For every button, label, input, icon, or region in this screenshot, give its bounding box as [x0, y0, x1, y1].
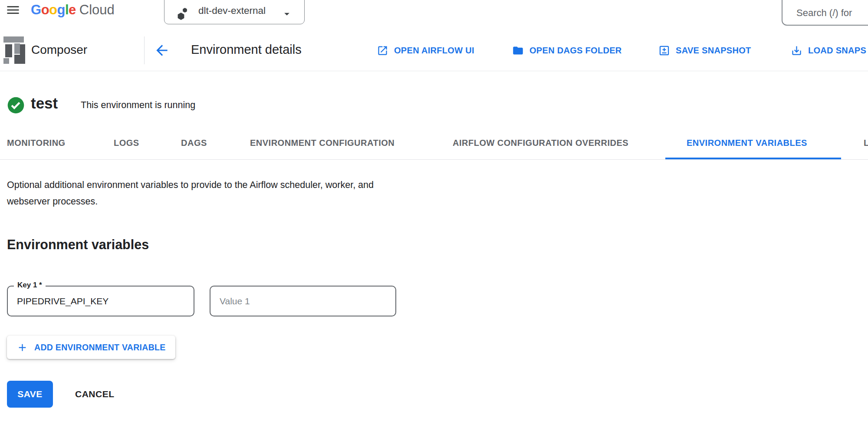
description-line: webserver processes.: [7, 193, 98, 210]
arrow-back-icon[interactable]: [154, 42, 170, 59]
search-input[interactable]: Search (/) for: [782, 0, 868, 26]
environment-name: test: [31, 95, 58, 112]
save-button[interactable]: SAVE: [7, 381, 53, 408]
tab-logs[interactable]: LOGS: [114, 138, 139, 148]
tab-bar: MONITORING LOGS DAGS ENVIRONMENT CONFIGU…: [0, 122, 868, 160]
logo-letter: G: [31, 2, 41, 17]
logo-letter: o: [49, 2, 57, 17]
project-name: dlt-dev-external: [198, 5, 266, 16]
save-snapshot-button[interactable]: SAVE SNAPSHOT: [658, 43, 751, 57]
hamburger-menu-icon[interactable]: [5, 2, 21, 18]
composer-logo-icon: [3, 36, 25, 66]
save-snapshot-icon: [658, 45, 670, 56]
add-environment-variable-button[interactable]: ADD ENVIRONMENT VARIABLE: [7, 336, 175, 359]
value-input[interactable]: [210, 287, 395, 316]
product-name: Composer: [31, 43, 87, 57]
tab-dags[interactable]: DAGS: [181, 138, 207, 148]
project-selector[interactable]: dlt-dev-external: [164, 0, 305, 24]
section-heading: Environment variables: [7, 237, 149, 252]
folder-icon: [512, 45, 524, 56]
selected-tab-indicator: [665, 158, 841, 159]
logo-letter: g: [57, 2, 65, 17]
status-message: This environment is running: [81, 100, 195, 111]
project-hexagons-icon: [176, 7, 190, 23]
logo-cloud-text: Cloud: [79, 2, 115, 17]
plus-icon: [16, 342, 28, 353]
google-cloud-logo: GoogleCloud: [31, 0, 115, 20]
product-bar: Composer Environment details OPEN AIRFLO…: [0, 30, 868, 71]
key-field-container: Key 1 *: [7, 286, 194, 316]
action-label: OPEN AIRFLOW UI: [394, 46, 474, 56]
action-label: LOAD SNAPS: [808, 46, 866, 56]
value-field-container: [210, 286, 396, 316]
app-bar: GoogleCloud dlt-dev-external Search (/) …: [0, 0, 868, 31]
description-line: Optional additional environment variable…: [7, 177, 374, 193]
add-button-label: ADD ENVIRONMENT VARIABLE: [34, 343, 166, 353]
tab-monitoring[interactable]: MONITORING: [7, 138, 66, 148]
tab-environment-variables[interactable]: ENVIRONMENT VARIABLES: [687, 138, 807, 148]
open-dags-folder-button[interactable]: OPEN DAGS FOLDER: [512, 43, 622, 57]
open-airflow-ui-button[interactable]: OPEN AIRFLOW UI: [377, 43, 474, 57]
action-label: OPEN DAGS FOLDER: [529, 46, 622, 56]
check-circle-icon: [7, 96, 25, 116]
divider: [144, 36, 145, 64]
logo-letter: e: [69, 2, 76, 17]
logo-letter: o: [41, 2, 49, 17]
key-input[interactable]: [8, 287, 194, 316]
logo-letter: l: [65, 2, 69, 17]
download-icon: [791, 45, 802, 56]
page-title: Environment details: [191, 43, 302, 57]
open-in-new-icon: [377, 45, 388, 56]
tab-environment-configuration[interactable]: ENVIRONMENT CONFIGURATION: [250, 138, 395, 148]
cancel-button[interactable]: CANCEL: [72, 381, 117, 408]
chevron-down-icon: [281, 8, 293, 22]
tab-labels-cutoff[interactable]: L: [864, 138, 868, 148]
tab-airflow-configuration-overrides[interactable]: AIRFLOW CONFIGURATION OVERRIDES: [453, 138, 628, 148]
action-label: SAVE SNAPSHOT: [676, 46, 751, 56]
search-placeholder: Search (/) for: [796, 7, 852, 19]
load-snapshot-button[interactable]: LOAD SNAPS: [791, 43, 866, 57]
